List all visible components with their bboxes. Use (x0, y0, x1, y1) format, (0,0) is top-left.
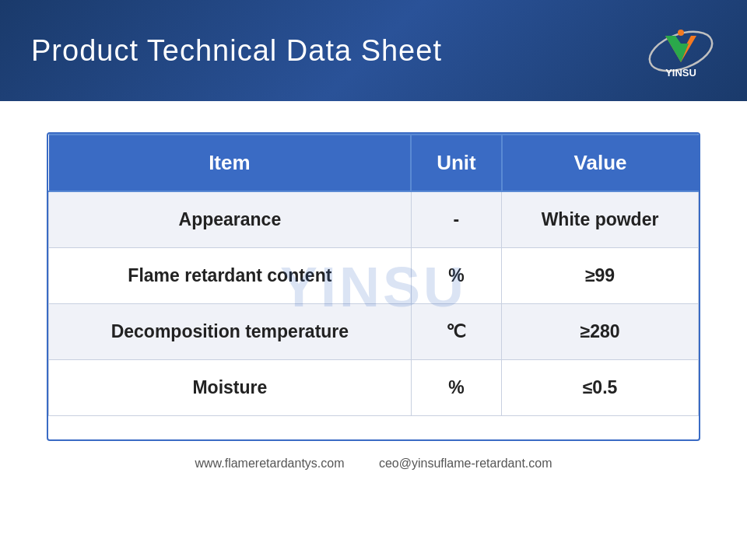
cell-unit: % (411, 360, 501, 416)
cell-value: White powder (502, 191, 699, 248)
col-header-unit: Unit (411, 135, 501, 191)
page-title: Product Technical Data Sheet (31, 34, 442, 68)
table-header-row: Item Unit Value (49, 135, 699, 191)
cell-item: Decomposition temperature (49, 304, 412, 360)
main-content: YINSU Item Unit Value Appearance-White p… (0, 101, 747, 486)
yinsu-logo: YINSU (646, 22, 716, 80)
svg-point-3 (678, 30, 684, 36)
table-row: Appearance-White powder (49, 191, 699, 248)
cell-item: Moisture (49, 360, 412, 416)
cell-unit: % (411, 248, 501, 304)
table-row: Moisture%≤0.5 (49, 360, 699, 416)
table-row: Flame retardant content%≥99 (49, 248, 699, 304)
cell-unit: ℃ (411, 304, 501, 360)
cell-unit: - (411, 191, 501, 248)
data-table: Item Unit Value Appearance-White powderF… (48, 134, 699, 416)
logo-container: YINSU (646, 22, 716, 80)
cell-item: Flame retardant content (49, 248, 412, 304)
col-header-value: Value (502, 135, 699, 191)
cell-value: ≤0.5 (502, 360, 699, 416)
table-row: Decomposition temperature℃≥280 (49, 304, 699, 360)
col-header-item: Item (49, 135, 412, 191)
footer-email: ceo@yinsuflame-retardant.com (379, 457, 552, 470)
table-wrapper: YINSU Item Unit Value Appearance-White p… (47, 132, 700, 441)
footer-website: www.flameretardantys.com (195, 457, 344, 470)
svg-text:YINSU: YINSU (665, 67, 696, 79)
svg-marker-2 (665, 36, 689, 62)
footer: www.flameretardantys.com ceo@yinsuflame-… (47, 449, 700, 471)
cell-item: Appearance (49, 191, 412, 248)
page-header: Product Technical Data Sheet YINSU (0, 0, 747, 101)
cell-value: ≥99 (502, 248, 699, 304)
cell-value: ≥280 (502, 304, 699, 360)
